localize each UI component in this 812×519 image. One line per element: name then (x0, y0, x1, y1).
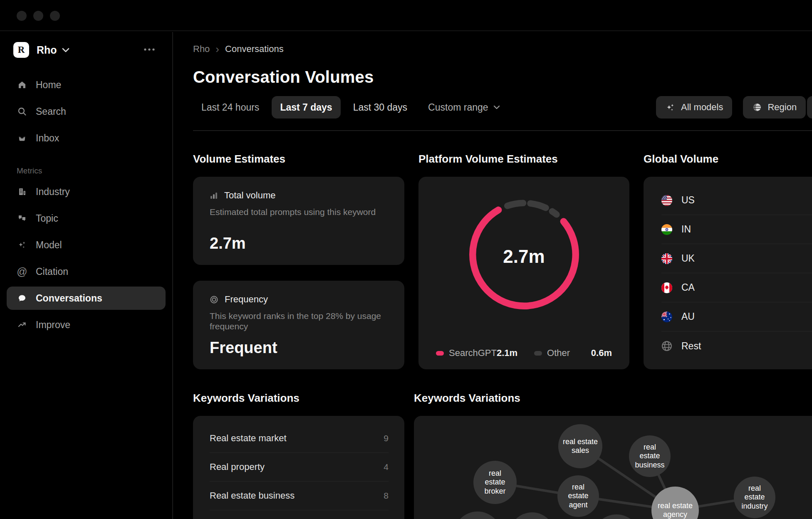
geo-row-au: AU (661, 302, 812, 331)
all-models-button[interactable]: All models (656, 96, 732, 119)
trending-up-icon (17, 320, 27, 330)
sidebar-item-label: Industry (36, 186, 70, 198)
sidebar-more-menu[interactable] (143, 47, 157, 52)
workspace-switcher[interactable]: R Rho (0, 42, 172, 58)
keyword-label: Real property (210, 462, 265, 472)
geo-label: IN (681, 224, 691, 235)
legend-dot-other (534, 351, 542, 356)
sidebar-item-inbox[interactable]: Inbox (0, 125, 172, 151)
tab-last-30-days[interactable]: Last 30 days (345, 96, 416, 119)
sidebar-section-metrics: Metrics (0, 165, 172, 177)
keyword-bubble: real estate agent (557, 475, 599, 517)
total-volume-value: 2.7m (210, 235, 388, 252)
sidebar-item-label: Inbox (36, 133, 59, 144)
geo-row-rest: Rest (661, 331, 812, 361)
window-minimize-button[interactable] (33, 11, 43, 21)
geo-row-us: US (661, 186, 812, 215)
tab-last-7-days[interactable]: Last 7 days (272, 96, 340, 119)
breadcrumb: Rho › Conversations (193, 44, 284, 54)
australia-flag-icon (661, 311, 672, 322)
sidebar: R Rho Home Search Inbox (0, 32, 173, 519)
keyword-count: 9 (384, 433, 389, 443)
chevron-down-icon (493, 105, 500, 109)
industry-icon (17, 187, 27, 197)
keyword-bubble: real estate industry (734, 477, 775, 518)
time-range-tabs: Last 24 hours Last 7 days Last 30 days C… (193, 96, 508, 119)
tab-label: Custom range (428, 102, 488, 113)
canada-flag-icon (661, 282, 672, 293)
chat-bubble-icon (17, 293, 27, 303)
sparkles-icon (665, 102, 676, 113)
sidebar-item-label: Citation (36, 266, 68, 277)
legend-value: 0.6m (591, 348, 612, 358)
legend-dot-searchgpt (436, 351, 444, 356)
stat-description: Estimated total prompts using this keywo… (210, 207, 388, 217)
sidebar-item-model[interactable]: Model (0, 232, 172, 258)
sidebar-item-improve[interactable]: Improve (0, 311, 172, 338)
region-button[interactable]: Region (743, 96, 806, 119)
workspace-logo: R (13, 42, 29, 58)
donut-arc-other (507, 203, 556, 215)
frequency-card: Frequency This keyword ranks in the top … (193, 281, 404, 369)
window-titlebar (0, 0, 812, 31)
geo-label: AU (681, 311, 695, 322)
legend-value: 2.1m (497, 348, 534, 358)
frequency-value: Frequent (210, 339, 388, 357)
donut-legend: SearchGPT 2.1m Other 0.6m (436, 348, 612, 358)
sparkles-icon (17, 240, 27, 250)
globe-icon (752, 102, 762, 112)
keyword-count: 8 (384, 491, 389, 501)
sidebar-item-citation[interactable]: @ Citation (0, 258, 172, 285)
stat-label: Total volume (224, 190, 276, 201)
button-label: Region (767, 102, 797, 113)
stat-description: This keyword ranks in the top 28% by usa… (210, 311, 388, 331)
window-close-button[interactable] (17, 11, 27, 21)
breadcrumb-separator-icon: › (215, 44, 219, 54)
keywords-list-card: Real estate market 9 Real property 4 Rea… (193, 416, 404, 519)
at-sign-icon: @ (17, 267, 27, 277)
platform-volume-card: 2.7m SearchGPT 2.1m Other 0.6m (418, 177, 629, 369)
keyword-row: Real estate market 9 (210, 424, 389, 453)
tab-last-24-hours[interactable]: Last 24 hours (193, 96, 267, 119)
keyword-label: Real estate business (210, 490, 295, 501)
us-flag-icon (661, 195, 672, 206)
window-zoom-button[interactable] (50, 11, 60, 21)
sidebar-item-industry[interactable]: Industry (0, 178, 172, 205)
target-icon (210, 295, 218, 304)
header-filter-buttons: All models Region (656, 96, 806, 119)
keyword-label: Real estate market (210, 433, 287, 444)
inbox-icon (17, 133, 27, 143)
page-title: Conversation Volumes (193, 68, 374, 86)
clipped-header-button[interactable] (807, 96, 812, 119)
keywords-graph-card: real estate salesreal estate businessrea… (414, 416, 812, 519)
keyword-count: 4 (384, 462, 389, 472)
breadcrumb-current[interactable]: Conversations (225, 44, 284, 54)
bar-chart-icon (210, 191, 218, 200)
breadcrumb-root[interactable]: Rho (193, 44, 210, 54)
tab-custom-range[interactable]: Custom range (420, 96, 508, 119)
sidebar-item-search[interactable]: Search (0, 98, 172, 125)
keyword-row: Real estate business 8 (210, 482, 389, 510)
sidebar-item-label: Model (36, 240, 62, 251)
button-label: All models (681, 102, 723, 113)
keyword-bubble: real estate broker (473, 461, 517, 504)
geo-row-uk: UK (661, 244, 812, 273)
geo-label: UK (681, 253, 695, 264)
india-flag-icon (661, 224, 672, 235)
section-title-volume-estimates: Volume Estimates (193, 153, 285, 166)
geo-label: US (681, 195, 695, 206)
keyword-bubble: real estate business (629, 435, 671, 477)
sidebar-item-topic[interactable]: Topic (0, 205, 172, 232)
total-volume-card: Total volume Estimated total prompts usi… (193, 177, 404, 265)
chevron-down-icon (62, 48, 69, 52)
sidebar-item-conversations[interactable]: Conversations (0, 285, 172, 311)
search-icon (17, 106, 27, 116)
section-title-keywords-graph: Keywords Variations (414, 392, 520, 405)
sidebar-item-home[interactable]: Home (0, 72, 172, 98)
global-volume-card: US IN UK CA (644, 177, 812, 369)
legend-label: SearchGPT (449, 348, 497, 358)
globe-icon (661, 341, 672, 351)
sidebar-item-label: Topic (36, 213, 58, 224)
section-title-platform: Platform Volume Estimates (418, 153, 558, 166)
geo-label: CA (681, 282, 695, 293)
